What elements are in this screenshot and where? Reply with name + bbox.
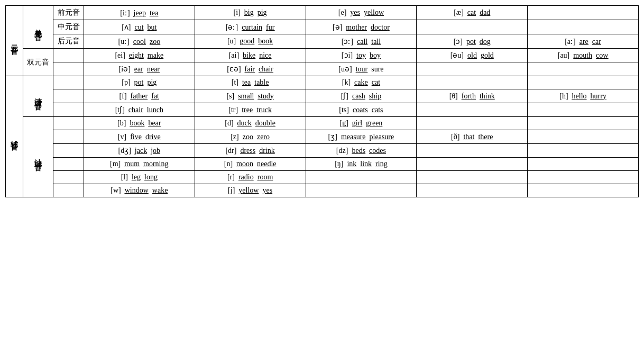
cell-z: [z] zoo zero [195, 130, 306, 144]
cell-empty-z5-3 [306, 171, 417, 184]
cell-empty-z6-5 [528, 184, 639, 197]
sub2-empty-z3 [53, 144, 84, 158]
cell-au: [au] mouth cow [528, 49, 639, 62]
cell-k: [k] cake cat [306, 76, 417, 89]
cell-dzh: [dʒ] jack job [84, 144, 195, 158]
cell-schwa-long: [əː] curtain fur [195, 20, 306, 34]
cell-wedge: [ʌ] cut but [84, 20, 195, 34]
sub2-empty-q3 [53, 103, 84, 117]
cell-theta: [θ] forth think [417, 89, 528, 103]
cell-b: [b] book bear [84, 117, 195, 130]
cell-empty-z6-4 [417, 184, 528, 197]
row-diphthong-1: 双元音 [ei] eight make [ai] bike nice [ɔi] … [6, 49, 639, 62]
label-qianyuanyin: 前元音 [58, 8, 80, 16]
sub2-empty-z1 [53, 117, 84, 130]
cell-a-long: [aː] are car [528, 34, 639, 49]
subgroup-danyuanyin: 单元音 [23, 6, 53, 49]
cell-l: [l] leg long [84, 171, 195, 184]
cell-g: [g] girl green [306, 117, 417, 130]
group-yuanyin: 元音 [6, 6, 23, 76]
cell-dz: [dz] beds codes [306, 144, 417, 158]
cell-empty-z1-5 [528, 117, 639, 130]
row-voiceless-1: 辅音 清辅音 [p] pot pig [t] tea table [k] cak… [6, 76, 639, 89]
subgroup-label-zhufuyin: 浊辅音 [33, 153, 43, 159]
cell-i-long: [iː] jeep tea [84, 6, 195, 20]
cell-u-long: [uː] cool zoo [84, 34, 195, 49]
row-voiced-4: [m] mum morning [n] moon needle [ŋ] ink … [6, 158, 639, 171]
subgroup-qingfuyin: 清辅音 [23, 76, 53, 117]
sub2-zhongyuanyin: 中元音 [53, 20, 84, 34]
cell-empty-q1-5 [528, 76, 639, 89]
cell-oi: [ɔi] toy boy [306, 49, 417, 62]
row-front-vowel: 元音 单元音 前元音 [iː] jeep tea [i] big pig [e]… [6, 6, 639, 20]
cell-empty-z6-3 [306, 184, 417, 197]
subgroup-label-danyuanyin: 单元音 [33, 23, 43, 29]
cell-empty-1 [528, 6, 639, 20]
cell-dr: [dr] dress drink [195, 144, 306, 158]
cell-h: [h] hello hurry [528, 89, 639, 103]
cell-open-o-long: [ɔː] call tall [306, 34, 417, 49]
cell-empty-z5-5 [528, 171, 639, 184]
row-voiced-1: 浊辅音 [b] book bear [d] duck double [g] gi… [6, 117, 639, 130]
cell-zh: [ʒ] measure pleasure [306, 130, 417, 144]
cell-f: [f] father fat [84, 89, 195, 103]
cell-ue: [uə] tour sure [306, 62, 417, 76]
cell-ae: [æ] cat dad [417, 6, 528, 20]
cell-w: [w] window wake [84, 184, 195, 197]
cell-empty-diph2-5 [528, 62, 639, 76]
cell-tr: [tr] tree truck [195, 103, 306, 117]
cell-r: [r] radio room [195, 171, 306, 184]
cell-empty-q1-4 [417, 76, 528, 89]
cell-empty-z3-4 [417, 144, 528, 158]
cell-empty-z5-4 [417, 171, 528, 184]
cell-ai: [ai] bike nice [195, 49, 306, 62]
sub2-empty-q1 [53, 76, 84, 89]
cell-empty-diph2-4 [417, 62, 528, 76]
sub2-empty-diph1 [53, 49, 84, 62]
cell-schwa: [ə] mother doctor [306, 20, 417, 34]
cell-m: [m] mum morning [84, 158, 195, 171]
cell-u-short: [u] good book [195, 34, 306, 49]
cell-d: [d] duck double [195, 117, 306, 130]
cell-empty-z4-5 [528, 158, 639, 171]
cell-empty-q3-5 [528, 103, 639, 117]
cell-empty-z1-4 [417, 117, 528, 130]
subgroup-label-qingfuyin: 清辅音 [33, 92, 43, 98]
sub2-empty-z5 [53, 171, 84, 184]
cell-open-o: [ɔ] pot dog [417, 34, 528, 49]
subgroup-shuangyuanyin: 双元音 [23, 49, 53, 76]
cell-p: [p] pot pig [84, 76, 195, 89]
cell-empty-2 [417, 20, 528, 34]
sub2-houyuanyin: 后元音 [53, 34, 84, 49]
group-label-fuyin: 辅音 [10, 134, 19, 139]
group-label-yuanyin: 元音 [10, 39, 19, 43]
subgroup-zhufuyin: 浊辅音 [23, 117, 53, 197]
cell-eth: [ð] that there [417, 130, 528, 144]
label-zhongyuanyin: 中元音 [58, 23, 80, 31]
cell-n: [n] moon needle [195, 158, 306, 171]
cell-empty-3 [528, 20, 639, 34]
row-voiced-6: [w] window wake [j] yellow yes [6, 184, 639, 197]
cell-t: [t] tea table [195, 76, 306, 89]
cell-ts: [ts] coats cats [306, 103, 417, 117]
cell-tsh: [tʃ] chair lunch [84, 103, 195, 117]
cell-ei: [ei] eight make [84, 49, 195, 62]
row-mid-vowel: 中元音 [ʌ] cut but [əː] curtain fur [ə] mot… [6, 20, 639, 34]
row-voiceless-3: [tʃ] chair lunch [tr] tree truck [ts] co… [6, 103, 639, 117]
cell-ie: [iə] ear near [84, 62, 195, 76]
sub2-qianyuanyin: 前元音 [53, 6, 84, 20]
cell-j: [j] yellow yes [195, 184, 306, 197]
cell-empty-q3-4 [417, 103, 528, 117]
cell-e: [e] yes yellow [306, 6, 417, 20]
phonetics-table: 元音 单元音 前元音 [iː] jeep tea [i] big pig [e]… [5, 5, 639, 197]
cell-i-short: [i] big pig [195, 6, 306, 20]
cell-ng: [ŋ] ink link ring [306, 158, 417, 171]
group-fuyin: 辅音 [6, 76, 23, 197]
cell-v: [v] five drive [84, 130, 195, 144]
row-voiced-2: [v] five drive [z] zoo zero [ʒ] measure … [6, 130, 639, 144]
sub2-empty-diph2 [53, 62, 84, 76]
row-voiced-5: [l] leg long [r] radio room [6, 171, 639, 184]
row-back-vowel: 后元音 [uː] cool zoo [u] good book [ɔː] cal… [6, 34, 639, 49]
sub2-empty-z2 [53, 130, 84, 144]
cell-empty-z4-4 [417, 158, 528, 171]
